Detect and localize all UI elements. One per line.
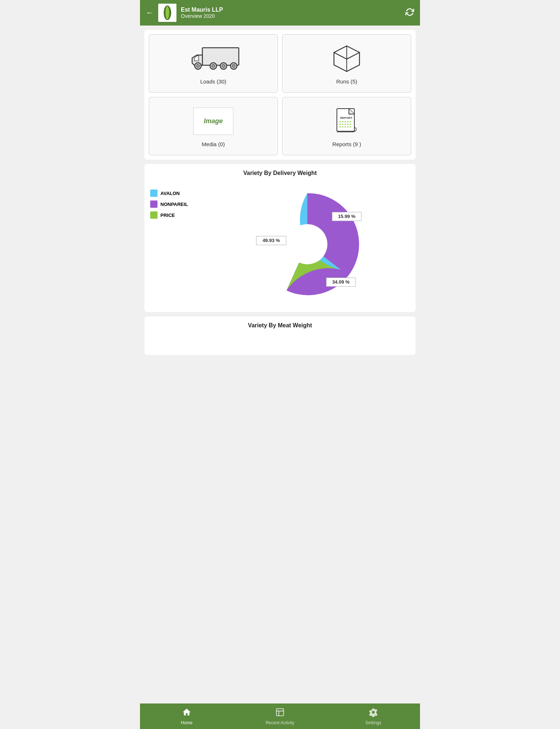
nonpareil-label: NONPAREIL xyxy=(160,202,188,207)
svg-text:34.09 %: 34.09 % xyxy=(332,279,350,285)
image-icon: Image xyxy=(193,107,233,136)
reports-label: Reports (9 ) xyxy=(332,141,361,147)
truck-icon xyxy=(184,44,242,73)
cards-section: Loads (30) Runs (5) Imag xyxy=(144,30,416,160)
company-logo xyxy=(158,4,176,22)
donut-chart-wrapper: 49.93 % 15.99 % 34.09 % xyxy=(205,182,410,306)
svg-text:49.93 %: 49.93 % xyxy=(262,238,280,243)
reports-card[interactable]: REPORT Reports (9 ) xyxy=(282,97,411,155)
svg-point-6 xyxy=(212,65,215,67)
svg-point-1 xyxy=(166,6,169,19)
svg-point-8 xyxy=(222,65,225,67)
chart-container: AVALON NONPAREIL PRICE xyxy=(150,182,410,306)
price-color xyxy=(150,211,158,219)
refresh-button[interactable] xyxy=(405,8,414,18)
meat-weight-chart-title: Variety By Meat Weight xyxy=(150,322,410,329)
back-button[interactable]: ← xyxy=(146,8,154,17)
svg-point-4 xyxy=(197,65,199,67)
box-icon xyxy=(330,44,363,73)
runs-label: Runs (5) xyxy=(336,78,357,85)
overview-subtitle: Overview 2020 xyxy=(181,13,405,19)
loads-label: Loads (30) xyxy=(200,78,226,85)
chart-legend: AVALON NONPAREIL PRICE xyxy=(150,182,198,219)
report-icon: REPORT xyxy=(331,107,362,136)
legend-avalon: AVALON xyxy=(150,190,198,197)
donut-chart-svg: 49.93 % 15.99 % 34.09 % xyxy=(245,182,369,306)
svg-text:15.99 %: 15.99 % xyxy=(338,214,355,219)
nonpareil-color xyxy=(150,200,158,208)
legend-nonpareil: NONPAREIL xyxy=(150,200,198,208)
legend-price: PRICE xyxy=(150,211,198,219)
media-label: Media (0) xyxy=(202,141,225,147)
main-content: Loads (30) Runs (5) Imag xyxy=(140,26,420,393)
company-name: Est Mauris LLP xyxy=(181,7,405,13)
runs-card[interactable]: Runs (5) xyxy=(282,34,411,93)
price-label: PRICE xyxy=(160,213,175,218)
header-text: Est Mauris LLP Overview 2020 xyxy=(181,7,405,19)
media-card[interactable]: Image Media (0) xyxy=(149,97,278,155)
avalon-color xyxy=(150,190,158,197)
avalon-label: AVALON xyxy=(160,191,180,196)
meat-weight-chart-section: Variety By Meat Weight xyxy=(144,316,416,355)
svg-text:REPORT: REPORT xyxy=(340,116,352,120)
app-header: ← Est Mauris LLP Overview 2020 xyxy=(140,0,420,26)
loads-card[interactable]: Loads (30) xyxy=(149,34,278,93)
cards-grid: Loads (30) Runs (5) Imag xyxy=(149,34,411,155)
svg-point-16 xyxy=(287,224,327,264)
delivery-weight-chart-title: Variety By Delivery Weight xyxy=(150,170,410,176)
svg-point-10 xyxy=(232,65,235,67)
delivery-weight-chart-section: Variety By Delivery Weight AVALON NONPAR… xyxy=(144,164,416,312)
